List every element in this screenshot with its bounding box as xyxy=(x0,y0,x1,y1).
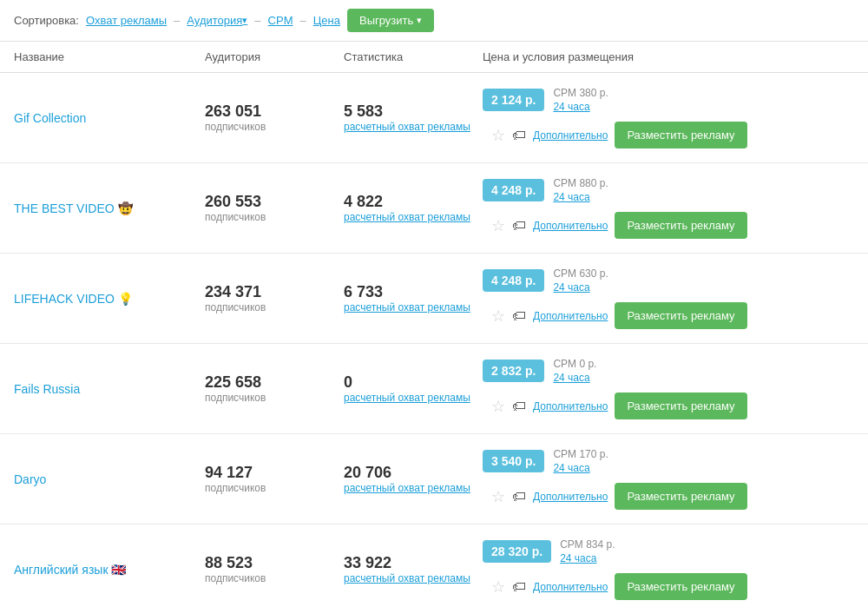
actions: ☆ 🏷 Дополнительно Разместить рекламу xyxy=(491,302,747,329)
price-details: CPM 170 р. 24 часа xyxy=(553,448,608,474)
dop-group: Дополнительно xyxy=(533,220,608,232)
stat-number: 0 xyxy=(344,373,352,392)
price-badge: 3 540 р. xyxy=(483,450,544,472)
stat-number: 6 733 xyxy=(344,283,383,301)
table-row: Daryo 94 127 подписчиков 20 706 расчетны… xyxy=(0,434,868,525)
channel-link[interactable]: Gif Collection xyxy=(14,111,86,125)
hours-text[interactable]: 24 часа xyxy=(553,101,608,113)
stat-label[interactable]: расчетный охват рекламы xyxy=(344,572,470,584)
cpm-text: CPM 0 р. xyxy=(553,358,596,370)
audience-col: 225 658 подписчиков xyxy=(205,373,344,404)
cpm-text: CPM 380 р. xyxy=(553,87,608,99)
price-badge: 4 248 р. xyxy=(483,269,544,292)
dop-group: Дополнительно xyxy=(533,129,608,142)
channel-name-col: Gif Collection xyxy=(14,111,205,125)
table-row: Английский язык 🇬🇧 88 523 подписчиков 33… xyxy=(0,525,868,607)
export-button[interactable]: Выгрузить xyxy=(347,9,434,32)
actions: ☆ 🏷 Дополнительно Разместить рекламу xyxy=(491,573,747,600)
favorite-icon[interactable]: ☆ xyxy=(491,216,505,235)
additional-link[interactable]: Дополнительно xyxy=(533,310,608,322)
sort-audience[interactable]: Аудитория xyxy=(187,14,247,27)
audience-col: 263 051 подписчиков xyxy=(205,102,344,133)
audience-label: подписчиков xyxy=(205,482,266,494)
actions: ☆ 🏷 Дополнительно Разместить рекламу xyxy=(491,122,747,148)
stat-number: 20 706 xyxy=(344,464,391,482)
dop-group: Дополнительно xyxy=(533,310,608,322)
place-ad-button[interactable]: Разместить рекламу xyxy=(615,122,746,148)
tag-icon[interactable]: 🏷 xyxy=(512,579,526,595)
favorite-icon[interactable]: ☆ xyxy=(491,577,505,597)
table-row: THE BEST VIDEO 🤠 260 553 подписчиков 4 8… xyxy=(0,163,868,254)
tag-icon[interactable]: 🏷 xyxy=(512,128,526,143)
hours-text[interactable]: 24 часа xyxy=(560,552,615,564)
channel-name-col: Английский язык 🇬🇧 xyxy=(14,563,205,577)
price-col: 3 540 р. CPM 170 р. 24 часа ☆ 🏷 Дополнит… xyxy=(483,448,854,510)
tag-icon[interactable]: 🏷 xyxy=(512,218,526,234)
tag-icon[interactable]: 🏷 xyxy=(512,399,526,414)
favorite-icon[interactable]: ☆ xyxy=(491,487,505,506)
place-ad-button[interactable]: Разместить рекламу xyxy=(615,393,746,419)
sort-bar: Сортировка: Охват рекламы – Аудитория – … xyxy=(0,0,868,42)
channel-link[interactable]: THE BEST VIDEO 🤠 xyxy=(14,201,133,215)
separator-2: – xyxy=(254,14,260,27)
price-details: CPM 630 р. 24 часа xyxy=(553,267,608,294)
star-dop-group: ☆ xyxy=(491,577,505,597)
hours-text[interactable]: 24 часа xyxy=(553,191,608,203)
favorite-icon[interactable]: ☆ xyxy=(491,397,505,416)
additional-link[interactable]: Дополнительно xyxy=(533,220,608,232)
audience-label: подписчиков xyxy=(205,392,266,404)
additional-link[interactable]: Дополнительно xyxy=(533,400,608,412)
stat-label[interactable]: расчетный охват рекламы xyxy=(344,211,470,223)
place-ad-button[interactable]: Разместить рекламу xyxy=(615,212,746,239)
audience-number: 94 127 xyxy=(205,464,253,482)
channel-name-col: LIFEHACK VIDEO 💡 xyxy=(14,292,205,306)
stat-col: 5 583 расчетный охват рекламы xyxy=(344,102,483,133)
tag-dop-group: 🏷 xyxy=(512,579,526,595)
star-dop-group: ☆ xyxy=(491,397,505,416)
tag-icon[interactable]: 🏷 xyxy=(512,489,526,505)
favorite-icon[interactable]: ☆ xyxy=(491,307,505,326)
channel-link[interactable]: LIFEHACK VIDEO 💡 xyxy=(14,292,133,306)
stat-label[interactable]: расчетный охват рекламы xyxy=(344,392,470,404)
table-row: Fails Russia 225 658 подписчиков 0 расче… xyxy=(0,344,868,434)
sort-reach[interactable]: Охват рекламы xyxy=(86,14,167,27)
audience-number: 260 553 xyxy=(205,193,261,211)
stat-number: 33 922 xyxy=(344,554,391,572)
price-col: 2 124 р. CPM 380 р. 24 часа ☆ 🏷 Дополнит… xyxy=(483,87,854,148)
additional-link[interactable]: Дополнительно xyxy=(533,581,608,593)
hours-text[interactable]: 24 часа xyxy=(553,372,596,384)
star-dop-group: ☆ xyxy=(491,487,505,506)
tag-icon[interactable]: 🏷 xyxy=(512,308,526,324)
stat-col: 33 922 расчетный охват рекламы xyxy=(344,554,483,584)
channel-link[interactable]: Английский язык 🇬🇧 xyxy=(14,563,126,577)
sort-price[interactable]: Цена xyxy=(313,14,340,27)
additional-link[interactable]: Дополнительно xyxy=(533,491,608,503)
price-col: 4 248 р. CPM 630 р. 24 часа ☆ 🏷 Дополнит… xyxy=(483,267,854,329)
favorite-icon[interactable]: ☆ xyxy=(491,126,505,145)
additional-link[interactable]: Дополнительно xyxy=(533,129,608,142)
audience-label: подписчиков xyxy=(205,121,266,133)
audience-label: подписчиков xyxy=(205,301,266,313)
tag-dop-group: 🏷 xyxy=(512,218,526,234)
dop-group: Дополнительно xyxy=(533,491,608,503)
table-row: Gif Collection 263 051 подписчиков 5 583… xyxy=(0,73,868,163)
price-badge: 28 320 р. xyxy=(483,540,551,563)
stat-label[interactable]: расчетный охват рекламы xyxy=(344,482,470,494)
place-ad-button[interactable]: Разместить рекламу xyxy=(615,302,746,329)
audience-col: 260 553 подписчиков xyxy=(205,193,344,223)
place-ad-button[interactable]: Разместить рекламу xyxy=(615,573,746,600)
place-ad-button[interactable]: Разместить рекламу xyxy=(615,483,746,510)
tag-dop-group: 🏷 xyxy=(512,308,526,324)
channel-link[interactable]: Fails Russia xyxy=(14,382,80,396)
sort-cpm[interactable]: CPM xyxy=(268,14,293,27)
hours-text[interactable]: 24 часа xyxy=(553,281,608,294)
stat-label[interactable]: расчетный охват рекламы xyxy=(344,301,470,313)
hours-text[interactable]: 24 часа xyxy=(553,462,608,474)
channel-name-col: Daryo xyxy=(14,472,205,486)
star-dop-group: ☆ xyxy=(491,126,505,145)
stat-label[interactable]: расчетный охват рекламы xyxy=(344,121,470,133)
header-name: Название xyxy=(14,50,205,63)
channel-link[interactable]: Daryo xyxy=(14,472,46,486)
actions: ☆ 🏷 Дополнительно Разместить рекламу xyxy=(491,483,747,510)
tag-dop-group: 🏷 xyxy=(512,128,526,143)
